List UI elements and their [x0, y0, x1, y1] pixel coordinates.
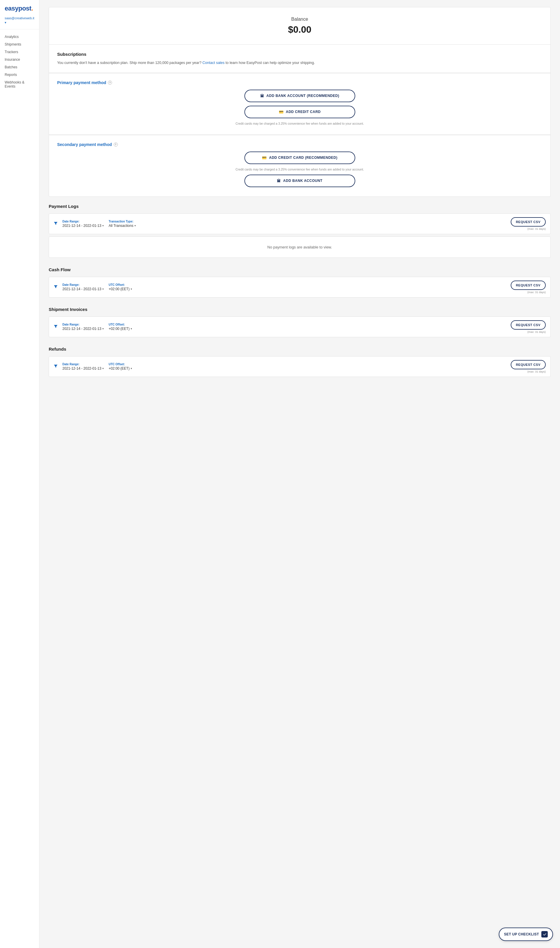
transaction-type-label: Transaction Type: — [109, 220, 136, 223]
shipment-invoices-filter-row: Date Range: 2021-12-14 - 2022-01-13 ▾ UT… — [49, 317, 551, 337]
payment-logs-csv-wrapper: REQUEST CSV (max: 31 days) — [511, 217, 546, 230]
sidebar-item-shipments[interactable]: Shipments — [0, 40, 39, 48]
card-icon-secondary: 💳 — [262, 156, 267, 160]
cash-flow-csv-wrapper: REQUEST CSV (max: 31 days) — [511, 281, 546, 294]
date-range-filter: Date Range: 2021-12-14 - 2022-01-13 ▾ — [62, 220, 104, 228]
payment-logs-filter-row: Date Range: 2021-12-14 - 2022-01-13 ▾ Tr… — [49, 213, 551, 234]
main-content: Balance $0.00 Subscriptions You currentl… — [39, 0, 560, 948]
transaction-type-dropdown-arrow: ▾ — [134, 224, 136, 227]
payment-logs-csv-hint: (max: 31 days) — [527, 227, 546, 230]
logo: easypost. — [5, 5, 33, 12]
payment-logs-request-csv-button[interactable]: REQUEST CSV — [511, 217, 546, 227]
shipment-invoices-filters: Date Range: 2021-12-14 - 2022-01-13 ▾ UT… — [54, 323, 132, 331]
balance-card: Balance $0.00 Subscriptions You currentl… — [49, 7, 551, 197]
cash-flow-utc-offset-filter: UTC Offset: +02:00 (EET) ▾ — [109, 283, 132, 291]
add-credit-card-secondary-button[interactable]: 💳 ADD CREDIT CARD (RECOMMENDED) — [245, 151, 355, 164]
payment-logs-section: Payment Logs Date Range: 2021-12-14 - 20… — [49, 204, 551, 258]
date-range-label: Date Range: — [62, 220, 104, 223]
cash-flow-csv-hint: (max: 31 days) — [527, 290, 546, 294]
shipment-invoices-request-csv-button[interactable]: REQUEST CSV — [511, 320, 546, 330]
payment-logs-filters: Date Range: 2021-12-14 - 2022-01-13 ▾ Tr… — [54, 220, 136, 228]
bank-icon: 🏛 — [260, 94, 264, 98]
cash-flow-date-range-label: Date Range: — [62, 283, 104, 286]
refunds-csv-hint: (max: 31 days) — [527, 370, 546, 373]
sidebar-item-reports[interactable]: Reports — [0, 71, 39, 79]
cash-flow-filter-icon — [54, 285, 58, 290]
cash-flow-filters: Date Range: 2021-12-14 - 2022-01-13 ▾ UT… — [54, 283, 132, 291]
user-email[interactable]: saas@creativeweb.it ▾ — [5, 16, 34, 24]
secondary-payment-section: Secondary payment method ? 💳 ADD CREDIT … — [49, 135, 550, 196]
add-credit-card-primary-button[interactable]: 💳 ADD CREDIT CARD — [245, 106, 355, 118]
invoices-utc-dropdown-arrow: ▾ — [131, 327, 132, 330]
sidebar-item-insurance[interactable]: Insurance — [0, 56, 39, 63]
cash-flow-section: Cash Flow Date Range: 2021-12-14 - 2022-… — [49, 267, 551, 298]
refunds-request-csv-button[interactable]: REQUEST CSV — [511, 360, 546, 369]
shipment-invoices-filter-icon — [54, 324, 58, 329]
balance-label: Balance — [56, 17, 543, 22]
logo-container: easypost. — [0, 5, 39, 16]
cash-flow-request-csv-button[interactable]: REQUEST CSV — [511, 281, 546, 290]
transaction-type-value[interactable]: All Transactions ▾ — [109, 224, 136, 228]
invoices-date-value[interactable]: 2021-12-14 - 2022-01-13 ▾ — [62, 327, 104, 331]
cash-flow-date-dropdown-arrow: ▾ — [102, 287, 104, 290]
subscriptions-title: Subscriptions — [57, 52, 542, 57]
cash-flow-heading: Cash Flow — [49, 267, 551, 272]
invoices-date-label: Date Range: — [62, 323, 104, 326]
secondary-card-hint: Credit cards may be charged a 3.25% conv… — [235, 168, 364, 171]
invoices-utc-value[interactable]: +02:00 (EET) ▾ — [109, 327, 132, 331]
transaction-type-filter: Transaction Type: All Transactions ▾ — [109, 220, 136, 228]
date-range-value[interactable]: 2021-12-14 - 2022-01-13 ▾ — [62, 224, 104, 228]
secondary-payment-title: Secondary payment method ? — [57, 142, 542, 147]
refunds-filters: Date Range: 2021-12-14 - 2022-01-13 ▾ UT… — [54, 363, 132, 371]
secondary-payment-help-icon[interactable]: ? — [114, 142, 118, 147]
cash-flow-date-range-filter: Date Range: 2021-12-14 - 2022-01-13 ▾ — [62, 283, 104, 291]
sidebar-item-trackers[interactable]: Trackers — [0, 48, 39, 56]
refunds-date-dropdown-arrow: ▾ — [102, 367, 104, 370]
setup-checklist-button[interactable]: SET UP CHECKLIST — [499, 928, 553, 941]
add-bank-account-secondary-button[interactable]: 🏛 ADD BANK ACCOUNT — [245, 174, 355, 187]
cash-flow-date-range-value[interactable]: 2021-12-14 - 2022-01-13 ▾ — [62, 287, 104, 291]
refunds-heading: Refunds — [49, 347, 551, 352]
cash-flow-utc-value[interactable]: +02:00 (EET) ▾ — [109, 287, 132, 291]
subscriptions-section: Subscriptions You currently don't have a… — [49, 45, 550, 73]
user-menu[interactable]: saas@creativeweb.it ▾ — [0, 16, 39, 29]
invoices-date-range-filter: Date Range: 2021-12-14 - 2022-01-13 ▾ — [62, 323, 104, 331]
cash-flow-utc-dropdown-arrow: ▾ — [131, 287, 132, 290]
refunds-utc-dropdown-arrow: ▾ — [131, 367, 132, 370]
secondary-payment-buttons: 💳 ADD CREDIT CARD (RECOMMENDED) Credit c… — [57, 151, 542, 187]
refunds-utc-value[interactable]: +02:00 (EET) ▾ — [109, 366, 132, 371]
refunds-filter-icon — [54, 364, 58, 369]
checklist-icon — [542, 931, 548, 937]
sidebar-item-batches[interactable]: Batches — [0, 63, 39, 71]
refunds-date-value[interactable]: 2021-12-14 - 2022-01-13 ▾ — [62, 366, 104, 371]
filter-icon — [54, 221, 58, 226]
primary-payment-help-icon[interactable]: ? — [108, 80, 112, 85]
refunds-filter-row: Date Range: 2021-12-14 - 2022-01-13 ▾ UT… — [49, 356, 551, 377]
balance-section: Balance $0.00 — [49, 7, 550, 44]
nav-menu: Analytics Shipments Trackers Insurance B… — [0, 29, 39, 94]
balance-amount: $0.00 — [56, 24, 543, 35]
invoices-utc-label: UTC Offset: — [109, 323, 132, 326]
contact-sales-link[interactable]: Contact sales — [202, 61, 225, 65]
subscriptions-text: You currently don't have a subscription … — [57, 60, 542, 66]
cash-flow-filter-row: Date Range: 2021-12-14 - 2022-01-13 ▾ UT… — [49, 277, 551, 298]
invoices-date-dropdown-arrow: ▾ — [102, 327, 104, 330]
setup-checklist-label: SET UP CHECKLIST — [504, 932, 539, 936]
sidebar-item-analytics[interactable]: Analytics — [0, 33, 39, 40]
invoices-csv-wrapper: REQUEST CSV (max: 31 days) — [511, 320, 546, 333]
refunds-date-range-filter: Date Range: 2021-12-14 - 2022-01-13 ▾ — [62, 363, 104, 371]
primary-payment-section: Primary payment method ? 🏛 ADD BANK ACCO… — [49, 73, 550, 135]
shipment-invoices-heading: Shipment Invoices — [49, 307, 551, 312]
add-bank-account-primary-button[interactable]: 🏛 ADD BANK ACCOUNT (RECOMMENDED) — [245, 90, 355, 102]
cash-flow-utc-label: UTC Offset: — [109, 283, 132, 286]
refunds-section: Refunds Date Range: 2021-12-14 - 2022-01… — [49, 347, 551, 377]
payment-logs-heading: Payment Logs — [49, 204, 551, 209]
date-range-dropdown-arrow: ▾ — [102, 224, 104, 227]
invoices-csv-hint: (max: 31 days) — [527, 330, 546, 333]
primary-payment-buttons: 🏛 ADD BANK ACCOUNT (RECOMMENDED) 💳 ADD C… — [57, 90, 542, 125]
refunds-date-label: Date Range: — [62, 363, 104, 366]
sidebar-item-webhooks[interactable]: Webhooks & Events — [0, 79, 39, 90]
bank-icon-secondary: 🏛 — [277, 179, 281, 183]
invoices-utc-offset-filter: UTC Offset: +02:00 (EET) ▾ — [109, 323, 132, 331]
sidebar: easypost. saas@creativeweb.it ▾ Analytic… — [0, 0, 39, 948]
